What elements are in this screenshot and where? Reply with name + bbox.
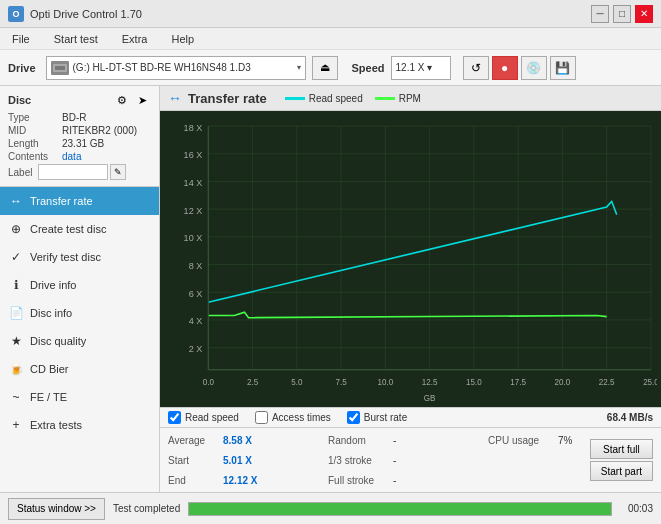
- app-title: Opti Drive Control 1.70: [30, 8, 142, 20]
- minimize-button[interactable]: ─: [591, 5, 609, 23]
- disc-icon-2[interactable]: ➤: [133, 92, 151, 108]
- nav-disc-info[interactable]: 📄 Disc info: [0, 299, 159, 327]
- cd-bier-icon: 🍺: [8, 361, 24, 377]
- stats-col2: Random - 1/3 stroke - Full stroke -: [328, 430, 488, 490]
- disc-length-val: 23.31 GB: [62, 138, 104, 149]
- nav-cd-bier[interactable]: 🍺 CD Bier: [0, 355, 159, 383]
- drive-dropdown-icon: ▾: [297, 63, 301, 72]
- start-full-button[interactable]: Start full: [590, 439, 653, 459]
- stat-start-value: 5.01 X: [223, 455, 268, 466]
- eject-button[interactable]: ⏏: [312, 56, 338, 80]
- stat-1-3-stroke-label: 1/3 stroke: [328, 455, 393, 466]
- stat-random: Random -: [328, 430, 488, 450]
- status-window-button[interactable]: Status window >>: [8, 498, 105, 520]
- refresh-button[interactable]: ↺: [463, 56, 489, 80]
- disc-quality-icon: ★: [8, 333, 24, 349]
- disc-panel-header: Disc ⚙ ➤: [8, 92, 151, 108]
- svg-text:10.0: 10.0: [378, 377, 394, 387]
- disc-type-button[interactable]: 💿: [521, 56, 547, 80]
- stat-full-stroke-label: Full stroke: [328, 475, 393, 486]
- start-part-button[interactable]: Start part: [590, 461, 653, 481]
- svg-text:12.5: 12.5: [422, 377, 438, 387]
- nav-drive-info[interactable]: ℹ Drive info: [0, 271, 159, 299]
- legend-rpm: RPM: [375, 93, 421, 104]
- speed-value: 12.1 X ▾: [396, 62, 446, 73]
- stats-buttons: Start full Start part: [590, 430, 653, 490]
- disc-type-val: BD-R: [62, 112, 86, 123]
- stats-grid: Average 8.58 X Start 5.01 X End 12.12 X: [168, 430, 653, 490]
- disc-label-edit-button[interactable]: ✎: [110, 164, 126, 180]
- nav-disc-info-label: Disc info: [30, 307, 72, 319]
- rpm-legend-label: RPM: [399, 93, 421, 104]
- save-button[interactable]: 💾: [550, 56, 576, 80]
- nav-create-test-disc[interactable]: ⊕ Create test disc: [0, 215, 159, 243]
- disc-mid-row: MID RITEKBR2 (000): [8, 125, 151, 136]
- disc-contents-val: data: [62, 151, 81, 162]
- menu-bar: File Start test Extra Help: [0, 28, 661, 50]
- chart-title: Transfer rate: [188, 91, 267, 106]
- stat-end-value: 12.12 X: [223, 475, 268, 486]
- burst-rate-checkbox[interactable]: [347, 411, 360, 424]
- burst-rate-checkbox-label: Burst rate: [364, 412, 407, 423]
- rpm-legend-color: [375, 97, 395, 100]
- disc-mid-key: MID: [8, 125, 62, 136]
- speed-selector[interactable]: 12.1 X ▾: [391, 56, 451, 80]
- menu-help[interactable]: Help: [165, 31, 200, 47]
- status-text: Test completed: [113, 503, 180, 514]
- create-test-disc-icon: ⊕: [8, 221, 24, 237]
- chart-legend: Read speed RPM: [285, 93, 421, 104]
- svg-text:2 X: 2 X: [189, 343, 203, 355]
- stat-cpu-label: CPU usage: [488, 435, 558, 446]
- access-times-checkbox[interactable]: [255, 411, 268, 424]
- svg-text:12 X: 12 X: [184, 204, 203, 216]
- drive-selector[interactable]: (G:) HL-DT-ST BD-RE WH16NS48 1.D3 ▾: [46, 56, 306, 80]
- status-time: 00:03: [628, 503, 653, 514]
- maximize-button[interactable]: □: [613, 5, 631, 23]
- fe-te-icon: ~: [8, 389, 24, 405]
- nav-verify-test-disc[interactable]: ✓ Verify test disc: [0, 243, 159, 271]
- access-times-checkbox-item: Access times: [255, 411, 331, 424]
- disc-label-key: Label: [8, 167, 38, 178]
- stat-end-label: End: [168, 475, 223, 486]
- menu-extra[interactable]: Extra: [116, 31, 154, 47]
- disc-icon-1[interactable]: ⚙: [113, 92, 131, 108]
- disc-label-input[interactable]: [38, 164, 108, 180]
- nav-extra-tests[interactable]: + Extra tests: [0, 411, 159, 439]
- svg-text:16 X: 16 X: [184, 149, 203, 161]
- stat-average-value: 8.58 X: [223, 435, 268, 446]
- title-controls: ─ □ ✕: [591, 5, 653, 23]
- nav-transfer-rate[interactable]: ↔ Transfer rate: [0, 187, 159, 215]
- chart-title-icon: ↔: [168, 90, 182, 106]
- app-icon: O: [8, 6, 24, 22]
- disc-mid-val: RITEKBR2 (000): [62, 125, 137, 136]
- stat-cpu-value: 7%: [558, 435, 572, 446]
- svg-text:5.0: 5.0: [291, 377, 302, 387]
- menu-start-test[interactable]: Start test: [48, 31, 104, 47]
- svg-text:10 X: 10 X: [184, 232, 203, 244]
- svg-text:17.5: 17.5: [510, 377, 526, 387]
- disc-contents-key: Contents: [8, 151, 62, 162]
- menu-file[interactable]: File: [6, 31, 36, 47]
- svg-text:18 X: 18 X: [184, 121, 203, 133]
- burst-rate-value: 68.4 MB/s: [607, 412, 653, 423]
- status-bar: Status window >> Test completed 00:03: [0, 492, 661, 524]
- extra-tests-icon: +: [8, 417, 24, 433]
- stats-col3: CPU usage 7%: [488, 430, 590, 490]
- svg-text:7.5: 7.5: [335, 377, 346, 387]
- close-button[interactable]: ✕: [635, 5, 653, 23]
- drive-action-icons: ↺ ● 💿 💾: [463, 56, 576, 80]
- svg-rect-2: [164, 115, 657, 403]
- nav-fe-te[interactable]: ~ FE / TE: [0, 383, 159, 411]
- read-speed-checkbox[interactable]: [168, 411, 181, 424]
- burst-rate-checkbox-item: Burst rate: [347, 411, 407, 424]
- disc-type-row: Type BD-R: [8, 112, 151, 123]
- disc-image-button[interactable]: ●: [492, 56, 518, 80]
- stat-full-stroke-value: -: [393, 475, 396, 486]
- title-bar-left: O Opti Drive Control 1.70: [8, 6, 142, 22]
- nav-disc-quality[interactable]: ★ Disc quality: [0, 327, 159, 355]
- stat-end: End 12.12 X: [168, 470, 328, 490]
- stat-1-3-stroke-value: -: [393, 455, 396, 466]
- chart-area: 18 X 16 X 14 X 12 X 10 X 8 X 6 X 4 X 2 X…: [160, 111, 661, 407]
- read-speed-legend-color: [285, 97, 305, 100]
- read-speed-checkbox-label: Read speed: [185, 412, 239, 423]
